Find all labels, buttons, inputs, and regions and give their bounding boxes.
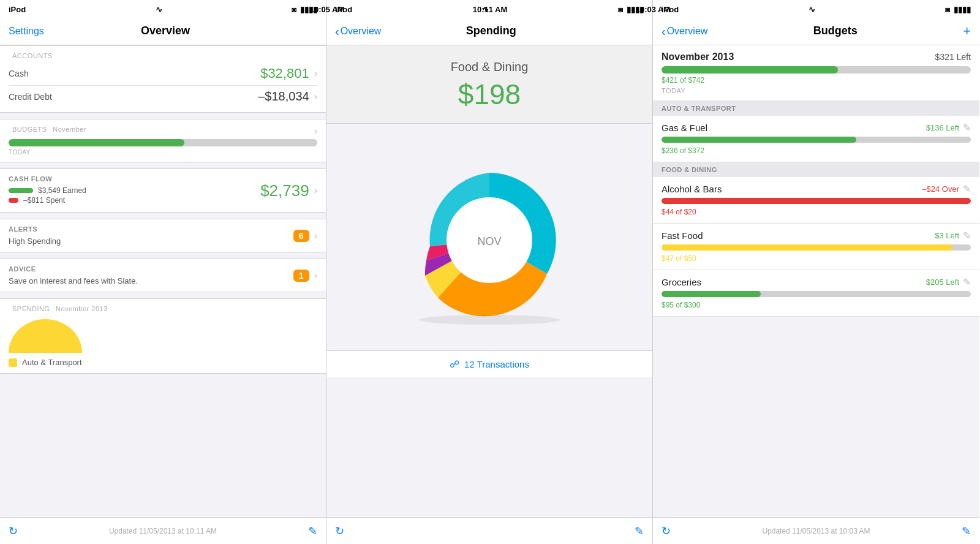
budgets-chevron: › [314,126,317,137]
spending-title: Spending [466,25,516,37]
chart-area: NOV [326,124,652,350]
edit-icon-1[interactable]: ✎ [308,524,317,538]
nov-header-row: November 2013 $321 Left [662,51,971,62]
spending-section[interactable]: SPENDING November 2013 Auto & Transport [0,298,326,374]
advice-sublabel: Save on interest and fees with Slate. [9,276,138,285]
cashflow-label: CASH FLOW [9,175,86,183]
groceries-status: $205 Left [926,278,959,287]
advice-chevron: › [314,270,317,281]
status-bar-1: iPod ∿ 10:11 AM ◙ ▮▮▮▮ [0,0,326,17]
groceries-row: Groceries $205 Left ✎ [662,276,971,288]
updated-text-1: Updated 11/05/2013 at 10:11 AM [109,527,217,535]
november-spent: $421 of $742 [662,76,704,85]
nav-bar-1: Settings Overview [0,17,326,45]
back-button-3[interactable]: ‹ Overview [662,25,707,37]
svg-point-0 [9,319,82,353]
fast-food-row: Fast Food $3 Left ✎ [662,230,971,241]
gas-fuel-bar-fill [662,137,856,143]
november-left: $321 Left [935,52,971,62]
refresh-icon-2[interactable]: ↻ [335,524,344,538]
settings-button[interactable]: Settings [9,26,44,37]
november-section: November 2013 $321 Left $421 of $742 TOD… [653,45,979,101]
status-bar-3: iPod ∿ 10:03 AM ◙ ▮▮▮▮ [653,0,979,17]
chart-category: Food & Dining [335,60,644,74]
groceries-name: Groceries [662,277,701,287]
budgets-scroll[interactable]: November 2013 $321 Left $421 of $742 TOD… [653,45,979,517]
auto-transport-header: AUTO & TRANSPORT [653,101,979,116]
fast-food-item[interactable]: Fast Food $3 Left ✎ $47 of $50 [653,224,979,270]
refresh-icon-3[interactable]: ↻ [662,524,671,538]
add-budget-button[interactable]: + [963,23,971,39]
credit-value: –$18,034 [258,89,309,104]
nav-bar-2: ‹ Overview Spending [326,17,652,45]
chart-amount: $198 [335,78,644,111]
groceries-progress-text: $95 of $300 [662,301,700,309]
edit-icon-2[interactable]: ✎ [635,524,644,538]
alcohol-bars-edit[interactable]: ✎ [963,183,971,195]
alerts-section[interactable]: ALERTS High Spending 6 › [0,219,326,252]
bluetooth-icon-3: ◙ [945,5,950,14]
carrier-1: iPod [9,5,26,14]
accounts-section: ACCOUNTS Cash $32,801 › Credit Debt –$18… [0,45,326,113]
spending-legend: Auto & Transport [9,358,317,367]
fast-food-bar-fill [662,244,952,251]
refresh-icon-1[interactable]: ↻ [9,524,18,538]
budgets-section[interactable]: BUDGETS November › TODAY [0,119,326,162]
alcohol-bars-name: Alcohol & Bars [662,184,722,194]
november-title: November 2013 [662,51,734,62]
transactions-icon: ☍ [450,358,459,370]
fast-food-bar-row [662,244,971,251]
gas-fuel-bar-container [662,137,971,143]
alerts-chevron: › [314,230,317,241]
gas-fuel-status: $136 Left [926,123,959,132]
legend-dot [9,358,17,367]
fast-food-status: $3 Left [935,231,959,240]
groceries-edit[interactable]: ✎ [963,276,971,288]
alcohol-bars-bar-fill [662,198,971,204]
groceries-bar-row [662,291,971,297]
alerts-sublabel: High Spending [9,236,61,246]
back-button-2[interactable]: ‹ Overview [335,25,381,37]
cashflow-section[interactable]: CASH FLOW $3,549 Earned –$811 Spent $2,7… [0,168,326,213]
alcohol-bars-row: Alcohol & Bars –$24 Over ✎ [662,183,971,195]
alcohol-bars-item[interactable]: Alcohol & Bars –$24 Over ✎ $44 of $20 [653,177,979,224]
panel-budgets: iPod ∿ 10:03 AM ◙ ▮▮▮▮ ‹ Overview Budget… [653,0,979,544]
gas-fuel-item[interactable]: Gas & Fuel $136 Left ✎ $236 of $372 [653,116,979,162]
credit-chevron: › [314,91,317,102]
overview-scroll[interactable]: ACCOUNTS Cash $32,801 › Credit Debt –$18… [0,45,326,517]
transactions-bar[interactable]: ☍ 12 Transactions [326,350,652,377]
time-2: 10:05 AM [326,5,344,14]
cash-chevron: › [314,68,317,79]
groceries-bar-container [662,291,971,297]
cash-value: $32,801 [260,66,309,81]
groceries-item[interactable]: Groceries $205 Left ✎ $95 of $300 [653,270,979,317]
fast-food-edit[interactable]: ✎ [963,230,971,241]
edit-icon-3[interactable]: ✎ [962,524,971,538]
alcohol-bars-bar-row [662,198,971,204]
fast-food-name: Fast Food [662,230,703,241]
donut-shadow [419,315,560,325]
alcohol-bars-bar-container [662,198,971,204]
donut-chart: NOV [391,142,587,338]
advice-label: ADVICE [9,265,138,273]
groceries-bar-fill [662,291,761,297]
panel-spending: iPod ∿ 10:05 AM ◙ ▮▮▮▮ ‹ Overview Spendi… [326,0,653,544]
november-progress-bar [662,66,971,74]
cashflow-earned-row: $3,549 Earned [9,186,86,195]
alerts-badge: 6 [293,230,309,242]
cash-row[interactable]: Cash $32,801 › [9,63,317,84]
bottom-bar-1: ↻ Updated 11/05/2013 at 10:11 AM ✎ [0,517,326,544]
fast-food-progress-text: $47 of $50 [662,254,696,263]
accounts-label: ACCOUNTS [9,52,317,59]
gas-fuel-edit[interactable]: ✎ [963,122,971,134]
gas-fuel-name: Gas & Fuel [662,123,707,133]
cashflow-earned-label: $3,549 Earned [38,186,86,195]
donut-svg: NOV [391,142,587,338]
cash-label: Cash [9,69,29,78]
alcohol-bars-status: –$24 Over [922,184,959,194]
panel-overview: iPod ∿ 10:11 AM ◙ ▮▮▮▮ Settings Overview… [0,0,326,544]
advice-section[interactable]: ADVICE Save on interest and fees with Sl… [0,259,326,292]
credit-row[interactable]: Credit Debt –$18,034 › [9,87,317,106]
cashflow-earned-bar [9,188,33,193]
spending-pie-preview [9,316,82,353]
